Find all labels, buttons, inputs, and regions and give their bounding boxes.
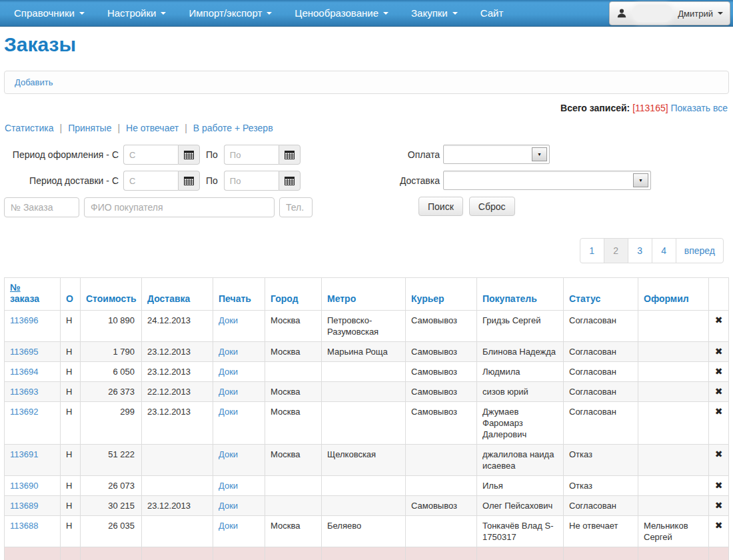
order-courier-cell: Самовывоз [406,402,477,445]
remove-icon[interactable]: ✖ [715,449,723,459]
filter-link[interactable]: Принятые [68,123,111,133]
filter-link[interactable]: Не отвечает [126,123,179,133]
next-page-button[interactable]: вперед [676,238,724,263]
remove-icon[interactable]: ✖ [715,480,723,491]
order-id-link[interactable]: 113696 [10,315,38,325]
order-flag-cell: Н [61,476,81,496]
calendar-icon[interactable] [279,171,301,191]
remove-icon[interactable]: ✖ [715,500,723,511]
remove-icon[interactable]: ✖ [715,386,723,397]
page-button-3[interactable]: 3 [628,238,652,263]
page-button-1[interactable]: 1 [580,238,604,263]
order-id-link[interactable]: 113695 [10,347,38,357]
order-cost-cell: 51 222 [81,445,142,476]
order-manager-cell [638,382,709,402]
docs-link[interactable]: Доки [219,407,238,417]
nav-item-закупки[interactable]: Закупки [400,0,469,26]
order-manager-cell [638,476,709,496]
add-button[interactable]: Добавить [15,77,53,87]
docs-link[interactable]: Доки [219,367,238,377]
order-cost-cell: 30 215 [81,496,142,516]
order-metro-cell [322,402,406,445]
order-print-cell: Доки [213,496,265,516]
empty-cell [709,547,729,560]
order-id-link[interactable]: 113689 [10,501,38,511]
order-number-input[interactable] [4,197,79,217]
order-buyer-cell: джалилова наида исаевеа [477,445,564,476]
order-id-link[interactable]: 113690 [10,481,38,491]
table-header-row: №заказаОСтоимостьДоставкаПечатьГородМетр… [5,278,729,311]
period-registration-label: Период оформления - С [4,149,119,160]
docs-link[interactable]: Доки [219,387,238,397]
nav-item-сайт[interactable]: Сайт [469,0,515,26]
order-remove-cell: ✖ [709,382,729,402]
phone-input[interactable] [279,197,313,217]
person-icon [616,8,627,19]
order-buyer-cell: Илья [477,476,564,496]
show-all-link[interactable]: Показать все [671,103,728,113]
order-flag-cell: Н [61,382,81,402]
order-delivery-date-cell: 23.12.2013 [142,362,213,382]
registration-from-input[interactable] [123,145,178,165]
delivery-from-input[interactable] [123,171,178,191]
order-status-cell: Согласован [564,311,638,342]
order-flag-cell: Н [61,445,81,476]
nav-item-ценообразование[interactable]: Ценообразование [283,0,400,26]
top-navbar: СправочникиНастройкиИмпорт/экспортЦенооб… [0,0,733,27]
order-manager-cell [638,496,709,516]
order-id-link[interactable]: 113692 [10,407,38,417]
calendar-icon[interactable] [279,145,301,165]
delivery-select[interactable]: ▼ [443,171,651,190]
table-row: 113695Н1 79023.12.2013ДокиМоскваМарьина … [5,342,729,362]
nav-item-настройки[interactable]: Настройки [96,0,178,26]
order-id-link[interactable]: 113693 [10,387,38,397]
order-id-link[interactable]: 113688 [10,521,38,531]
calendar-icon[interactable] [178,145,200,165]
remove-icon[interactable]: ✖ [715,520,723,531]
order-courier-cell [406,476,477,496]
toolbar-panel: Добавить [4,71,729,94]
column-header[interactable]: №заказа [5,278,61,311]
order-id-link[interactable]: 113691 [10,449,38,459]
registration-to-input[interactable] [224,145,279,165]
docs-link[interactable]: Доки [219,315,238,325]
remove-icon[interactable]: ✖ [715,406,723,417]
delivery-to-input[interactable] [224,171,279,191]
docs-link[interactable]: Доки [219,521,238,531]
empty-cell [265,547,322,560]
order-id-link[interactable]: 113694 [10,367,38,377]
filter-link[interactable]: Статистика [5,123,54,133]
remove-icon[interactable]: ✖ [715,315,723,325]
user-menu-button[interactable]: Дмитрий [609,1,730,25]
reset-button[interactable]: Сброс [469,197,515,216]
empty-cell [213,547,265,560]
order-print-cell: Доки [213,516,265,547]
docs-link[interactable]: Доки [219,481,238,491]
order-manager-cell [638,362,709,382]
caret-down-icon [452,12,458,15]
order-city-cell [265,476,322,496]
column-header: Печать [213,278,265,311]
nav-item-справочники[interactable]: Справочники [3,0,96,26]
remove-icon[interactable]: ✖ [715,366,723,377]
buyer-name-input[interactable] [84,197,275,217]
payment-select[interactable]: ▼ [443,145,550,164]
caret-down-icon [718,12,723,15]
docs-link[interactable]: Доки [219,501,238,511]
page-button-4[interactable]: 4 [652,238,676,263]
calendar-icon[interactable] [178,171,200,191]
order-delivery-date-cell: 22.12.2013 [142,382,213,402]
sort-link: № [10,282,21,293]
docs-link[interactable]: Доки [219,347,238,357]
nav-item-импорт/экспорт[interactable]: Импорт/экспорт [177,0,283,26]
order-buyer-cell: Тонкачёв Влад S-1750317 [477,516,564,547]
order-status-cell: Отказ [564,445,638,476]
order-city-cell: Москва [265,402,322,445]
search-button[interactable]: Поиск [418,197,463,216]
remove-icon[interactable]: ✖ [715,346,723,357]
order-print-cell: Доки [213,402,265,445]
filter-link[interactable]: В работе + Резерв [193,123,273,133]
order-metro-cell: Марьина Роща [322,342,406,362]
docs-link[interactable]: Доки [219,449,238,459]
order-buyer-cell: Гридзь Сергей [477,311,564,342]
